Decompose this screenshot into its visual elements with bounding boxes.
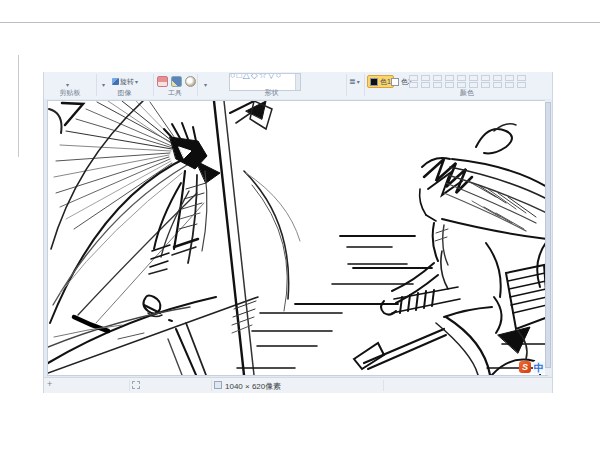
sketch-stroke [172, 247, 196, 255]
sketch-stroke [60, 159, 170, 207]
sketch-stroke [49, 109, 62, 133]
sketch-stroke [186, 323, 206, 375]
palette-swatch[interactable] [457, 75, 466, 81]
sketch-stroke [368, 335, 446, 369]
sketch-stroke [511, 297, 547, 305]
shapes-dropdown-arrow-icon[interactable]: ▾ [204, 81, 207, 88]
sketch-stroke [74, 163, 172, 229]
magnifier-tool-icon[interactable] [185, 76, 196, 87]
palette-swatch[interactable] [481, 75, 490, 81]
sketch-stroke [381, 301, 396, 315]
line-width-icon: ≣ [349, 78, 356, 86]
sketch-stroke [118, 333, 144, 339]
status-bar: + 1040 × 620像素 [44, 377, 552, 393]
sketch-stroke [62, 103, 83, 125]
vertical-scrollbar-thumb[interactable] [545, 102, 551, 368]
sogou-ime-icon[interactable]: S [519, 361, 531, 373]
ime-mode-chinese-icon[interactable]: 中 [533, 361, 545, 374]
sketch-stroke [468, 181, 496, 197]
sketch-stroke [472, 201, 500, 217]
palette-swatch[interactable] [493, 75, 502, 81]
sketch-stroke [150, 261, 168, 267]
sketch-stroke [508, 197, 536, 217]
color2-swatch [391, 78, 399, 86]
group-label-image: 图像 [96, 88, 153, 98]
sketch-stroke [498, 193, 526, 213]
status-separator [383, 380, 384, 391]
cursor-position-icon: + [47, 379, 52, 389]
sketch-stroke [174, 239, 198, 247]
sketch-stroke [436, 229, 448, 233]
sketch-stroke [122, 101, 177, 145]
sketch-stroke [435, 237, 447, 241]
palette-swatch[interactable] [409, 75, 418, 81]
vertical-scrollbar[interactable] [545, 100, 551, 375]
paint-window: ▾ 剪贴板 ▾ 旋转 ▾ 图像 工具 ▾ ○□△◇☆▽○ [43, 72, 553, 393]
sketch-stroke [76, 119, 173, 148]
sketch-stroke [56, 153, 170, 161]
group-label-shapes: 形状 [197, 88, 346, 98]
sketch-stroke [193, 127, 196, 141]
group-label-colors: 颜色 [407, 88, 527, 98]
sketch-stroke [513, 305, 547, 313]
sketch-stroke [66, 161, 171, 219]
tools-buttons [157, 75, 198, 88]
color1-swatch [370, 78, 378, 86]
rotate-icon [112, 78, 119, 85]
palette-swatch[interactable] [517, 75, 526, 81]
palette-swatch[interactable] [505, 75, 514, 81]
paste-dropdown-arrow-icon[interactable]: ▾ [66, 81, 69, 88]
shape-glyphs: ○□△◇☆▽○ [230, 73, 282, 80]
rotate-button[interactable]: 旋转 ▾ [112, 75, 138, 88]
rotate-label: 旋转 [120, 77, 134, 87]
sketch-stroke [420, 189, 426, 215]
status-separator [211, 380, 212, 391]
sketch-stroke [56, 157, 169, 193]
sketch-stroke [510, 289, 546, 297]
sketch-stroke [196, 161, 220, 183]
palette-swatch[interactable] [421, 75, 430, 81]
sketch-stroke [426, 215, 436, 221]
sketch-stroke [151, 253, 169, 259]
screenshot-stage: ▾ 剪贴板 ▾ 旋转 ▾ 图像 工具 ▾ ○□△◇☆▽○ [0, 0, 600, 468]
sketch-stroke [498, 327, 530, 353]
sketch-stroke [476, 129, 512, 153]
sketch-stroke [54, 155, 169, 177]
sketch-stroke [53, 165, 187, 305]
selection-size-icon [132, 381, 140, 389]
sketch-stroke [232, 317, 254, 325]
pencil-tool-icon[interactable] [171, 76, 182, 87]
sketch-stroke [169, 320, 172, 321]
sketch-stroke [488, 189, 516, 209]
sketch-stroke [60, 173, 182, 293]
palette-swatch[interactable] [433, 75, 442, 81]
sketch-stroke [508, 273, 545, 281]
rotate-dropdown-arrow-icon: ▾ [135, 78, 138, 85]
sketch-stroke [48, 297, 216, 363]
sketch-stroke [494, 297, 502, 333]
palette-swatch[interactable] [469, 75, 478, 81]
sketch-stroke [442, 219, 547, 239]
palette-swatch[interactable] [445, 75, 454, 81]
line-width-dropdown[interactable]: ≣ ▾ [349, 75, 360, 88]
group-separator [364, 74, 365, 96]
ime-toolbar: S 中 [519, 361, 545, 374]
sketch-stroke [244, 171, 289, 299]
select-dropdown-arrow-icon[interactable]: ▾ [102, 81, 105, 88]
sketch-stroke [364, 329, 444, 363]
image-size-icon [214, 381, 222, 389]
sketch-stroke [486, 243, 501, 297]
drawing-canvas[interactable] [47, 100, 548, 376]
sketch-stroke [433, 223, 438, 261]
canvas-viewport [44, 99, 552, 377]
group-label-tools: 工具 [153, 88, 197, 98]
group-separator [346, 74, 347, 96]
sketch-stroke [168, 339, 182, 375]
eraser-tool-icon[interactable] [157, 76, 168, 87]
sketch-stroke [74, 317, 108, 331]
sketch-stroke [444, 307, 492, 317]
sketch-stroke [149, 269, 167, 274]
image-size-text: 1040 × 620像素 [225, 381, 281, 392]
sketch-stroke [446, 317, 490, 375]
line-width-arrow-icon: ▾ [357, 78, 360, 85]
